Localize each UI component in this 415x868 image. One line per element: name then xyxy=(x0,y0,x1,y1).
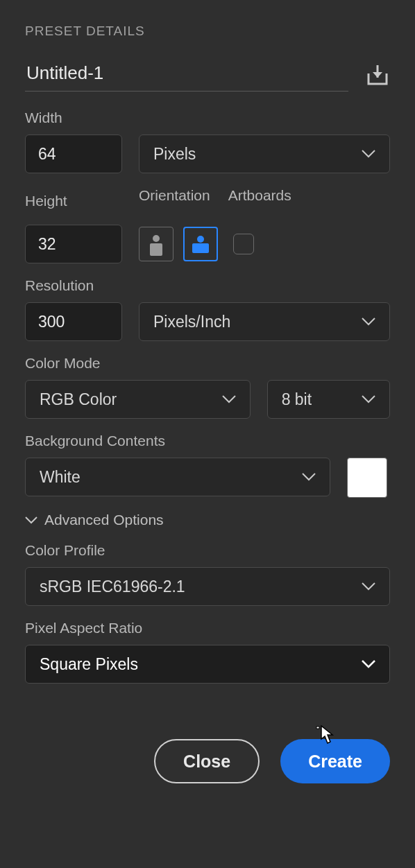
background-color-swatch[interactable] xyxy=(347,458,387,498)
pixel-aspect-ratio-select[interactable]: Square Pixels xyxy=(25,645,390,684)
panel-heading: PRESET DETAILS xyxy=(25,24,390,39)
chevron-down-icon xyxy=(25,517,37,524)
svg-rect-3 xyxy=(192,243,209,253)
advanced-options-label: Advanced Options xyxy=(44,512,164,528)
color-mode-select[interactable]: RGB Color xyxy=(25,380,251,419)
document-name-input[interactable] xyxy=(25,58,348,92)
preset-details-panel: PRESET DETAILS Width Pixels Height Orien… xyxy=(0,0,415,868)
svg-point-0 xyxy=(153,235,160,242)
chevron-down-icon xyxy=(362,395,375,403)
bit-depth-select[interactable]: 8 bit xyxy=(267,380,390,419)
color-mode-label: Color Mode xyxy=(25,355,390,372)
pixel-aspect-ratio-label: Pixel Aspect Ratio xyxy=(25,620,390,636)
background-contents-value: White xyxy=(40,468,81,487)
close-button-label: Close xyxy=(183,752,230,772)
svg-point-2 xyxy=(197,236,204,243)
chevron-down-icon xyxy=(362,582,375,591)
color-profile-value: sRGB IEC61966-2.1 xyxy=(40,578,185,596)
width-label: Width xyxy=(25,110,390,126)
chevron-down-icon xyxy=(302,473,316,481)
chevron-down-icon xyxy=(362,660,375,668)
chevron-down-icon xyxy=(362,318,375,326)
background-contents-select[interactable]: White xyxy=(25,458,330,496)
height-input[interactable] xyxy=(25,225,122,263)
artboards-checkbox[interactable] xyxy=(233,234,254,254)
save-preset-icon[interactable] xyxy=(365,62,390,87)
resolution-label: Resolution xyxy=(25,277,390,294)
background-contents-label: Background Contents xyxy=(25,433,390,449)
create-button-label: Create xyxy=(308,752,362,772)
close-button[interactable]: Close xyxy=(154,739,260,783)
color-profile-select[interactable]: sRGB IEC61966-2.1 xyxy=(25,567,390,606)
artboards-label: Artboards xyxy=(228,187,291,204)
chevron-down-icon xyxy=(362,150,375,158)
width-input[interactable] xyxy=(25,134,122,173)
color-profile-label: Color Profile xyxy=(25,542,390,559)
orientation-portrait-button[interactable] xyxy=(139,227,173,261)
create-button[interactable]: Create xyxy=(280,739,390,783)
resolution-unit-select[interactable]: Pixels/Inch xyxy=(139,302,390,341)
height-label: Height xyxy=(25,193,122,209)
chevron-down-icon xyxy=(222,395,236,403)
orientation-label: Orientation xyxy=(139,187,210,204)
pixel-aspect-ratio-value: Square Pixels xyxy=(40,655,138,674)
svg-rect-1 xyxy=(150,243,162,256)
color-mode-value: RGB Color xyxy=(40,390,117,409)
bit-depth-value: 8 bit xyxy=(282,390,312,409)
resolution-input[interactable] xyxy=(25,302,122,341)
resolution-unit-value: Pixels/Inch xyxy=(153,313,230,331)
width-unit-select[interactable]: Pixels xyxy=(139,134,390,173)
advanced-options-toggle[interactable]: Advanced Options xyxy=(25,512,390,528)
svg-rect-4 xyxy=(316,727,319,729)
orientation-landscape-button[interactable] xyxy=(183,227,218,261)
width-unit-value: Pixels xyxy=(153,145,196,164)
